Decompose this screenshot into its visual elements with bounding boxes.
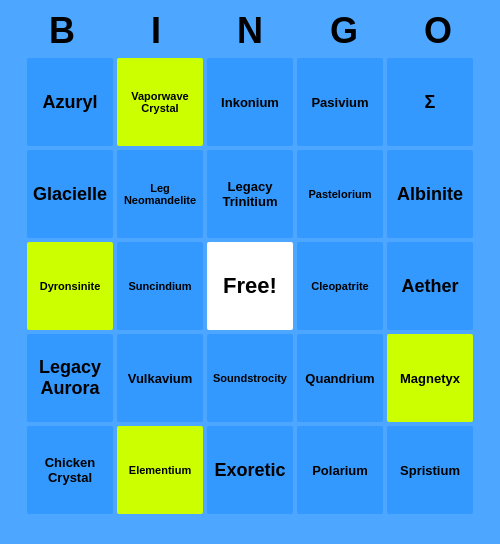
cell-r0-c4[interactable]: Σ (387, 58, 473, 146)
bingo-grid: AzurylVaporwave CrystalInkoniumPasiviumΣ… (27, 58, 473, 514)
cell-r2-c2[interactable]: Free! (207, 242, 293, 330)
header-letter-i: I (113, 10, 199, 52)
cell-r4-c1[interactable]: Elementium (117, 426, 203, 514)
cell-r1-c4[interactable]: Albinite (387, 150, 473, 238)
header-letter-n: N (207, 10, 293, 52)
cell-r2-c4[interactable]: Aether (387, 242, 473, 330)
cell-r4-c2[interactable]: Exoretic (207, 426, 293, 514)
cell-r0-c1[interactable]: Vaporwave Crystal (117, 58, 203, 146)
cell-r4-c4[interactable]: Spristium (387, 426, 473, 514)
cell-r3-c0[interactable]: Legacy Aurora (27, 334, 113, 422)
cell-r0-c2[interactable]: Inkonium (207, 58, 293, 146)
cell-r4-c0[interactable]: Chicken Crystal (27, 426, 113, 514)
cell-r1-c2[interactable]: Legacy Trinitium (207, 150, 293, 238)
header-letter-o: O (395, 10, 481, 52)
cell-r2-c3[interactable]: Cleopatrite (297, 242, 383, 330)
cell-r1-c0[interactable]: Glacielle (27, 150, 113, 238)
cell-r3-c1[interactable]: Vulkavium (117, 334, 203, 422)
cell-r2-c1[interactable]: Suncindium (117, 242, 203, 330)
cell-r1-c1[interactable]: Leg Neomandelite (117, 150, 203, 238)
cell-r1-c3[interactable]: Pastelorium (297, 150, 383, 238)
header-letter-b: B (19, 10, 105, 52)
cell-r3-c2[interactable]: Soundstrocity (207, 334, 293, 422)
cell-r2-c0[interactable]: Dyronsinite (27, 242, 113, 330)
cell-r0-c3[interactable]: Pasivium (297, 58, 383, 146)
cell-r4-c3[interactable]: Polarium (297, 426, 383, 514)
cell-r0-c0[interactable]: Azuryl (27, 58, 113, 146)
bingo-header: BINGO (15, 0, 485, 58)
cell-r3-c3[interactable]: Quandrium (297, 334, 383, 422)
header-letter-g: G (301, 10, 387, 52)
cell-r3-c4[interactable]: Magnetyx (387, 334, 473, 422)
